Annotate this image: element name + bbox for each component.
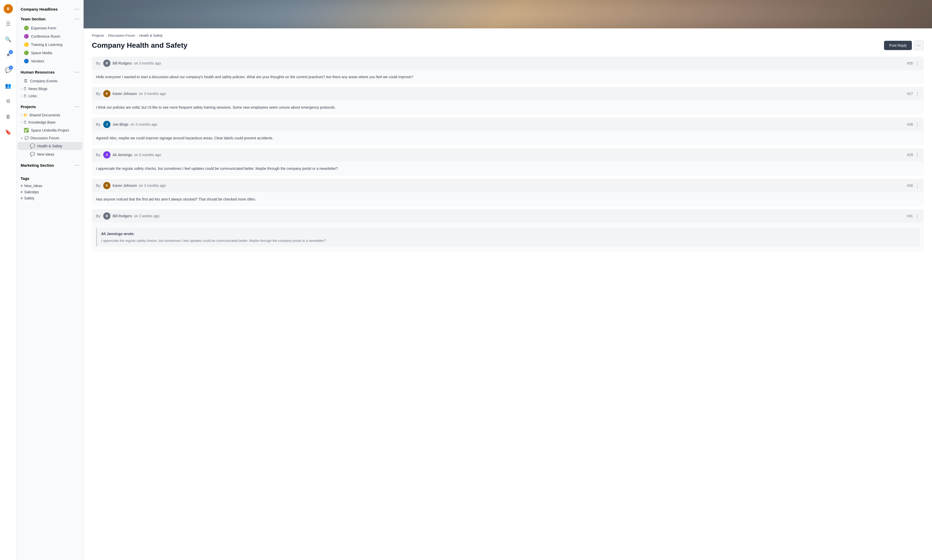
space-media-icon: 🟢 (24, 50, 29, 55)
company-headlines-menu[interactable]: ⋯ (75, 6, 79, 12)
quote-author: Ali Jennings wrote: (101, 231, 915, 237)
menu-button[interactable]: ☰ (3, 18, 14, 29)
human-resources-menu[interactable]: ⋯ (75, 69, 79, 75)
sidebar-item-links[interactable]: › 🗒 Links (17, 92, 83, 100)
company-events-icon: 🗓 (24, 79, 28, 83)
favorites-button[interactable]: ★ 0 (3, 49, 14, 60)
post-header-26: By:BBill Rodgerson 3 months ago#26⋮ (92, 57, 924, 70)
notifications-button[interactable]: 💬 0 (3, 65, 14, 75)
marketing-section: Marketing Section ⋯ (17, 160, 83, 170)
more-options-button[interactable]: ⋯ (914, 40, 924, 50)
breadcrumb-sep-1: › (106, 34, 106, 37)
knowledge-base-chevron: › (21, 120, 22, 124)
space-umbrella-icon: ✅ (24, 128, 29, 133)
team-section-menu[interactable]: ⋯ (75, 16, 79, 22)
user-avatar[interactable]: B (4, 4, 13, 14)
post-body: Agreed! Also, maybe we could improve sig… (92, 131, 924, 145)
sidebar-item-knowledge-base[interactable]: › 🗒 Knowledge Base (17, 119, 83, 126)
post-author: Ali Jennings (112, 153, 132, 157)
post-header-27: By:KKaren Johnsonon 3 months ago#27⋮ (92, 87, 924, 100)
tag-hash-icon-2: # (21, 190, 23, 194)
post-avatar: A (103, 151, 111, 158)
search-button[interactable]: 🔍 (3, 34, 14, 45)
sidebar-item-discussion-forum[interactable]: ∨ 💬 Discussion Forum (17, 134, 83, 142)
sidebar-item-news-blogs[interactable]: › 🗒 News Blogs (17, 85, 83, 92)
knowledge-base-icon: 🗒 (23, 120, 27, 125)
tag-safety[interactable]: # Safety (21, 195, 79, 201)
post-avatar: B (103, 60, 111, 67)
settings-button[interactable]: ⚙ (3, 96, 14, 106)
trash-button[interactable]: 🗑 (3, 111, 14, 122)
links-icon: 🗒 (23, 94, 27, 98)
by-label: By: (96, 92, 101, 96)
post-time: on 3 months ago (139, 183, 166, 188)
favorites-badge: 0 (9, 50, 13, 54)
post-number: #31 (907, 214, 913, 218)
post-menu-button[interactable]: ⋮ (915, 213, 920, 219)
post-number: #29 (907, 153, 913, 157)
header-image-inner (84, 0, 932, 28)
post-menu-button[interactable]: ⋮ (915, 152, 920, 158)
tag-hash-icon-3: # (21, 196, 23, 200)
svg-rect-0 (84, 0, 932, 28)
post-body: I think our policies are solid, but I'd … (92, 100, 924, 114)
by-label: By: (96, 183, 101, 188)
tag-salestips[interactable]: # Salestips (21, 189, 79, 195)
post-menu-button[interactable]: ⋮ (915, 183, 920, 188)
post-author: Karen Johnson (112, 183, 137, 188)
post-reply-button[interactable]: Post Reply (884, 41, 912, 50)
projects-title: Projects ⋯ (17, 102, 83, 111)
sidebar-item-company-events[interactable]: 🗓 Company Events (18, 77, 82, 85)
post-30: By:KKaren Johnsonon 3 months ago#30⋮Has … (92, 179, 924, 206)
post-author: Bill Rodgers (112, 61, 132, 65)
shared-docs-chevron: › (21, 113, 22, 117)
by-label: By: (96, 214, 101, 218)
post-author: Bill Rodgers (112, 214, 132, 218)
post-27: By:KKaren Johnsonon 3 months ago#27⋮I th… (92, 87, 924, 114)
sidebar-item-expenses-form[interactable]: 🟢 Expenses Form (18, 24, 82, 32)
sidebar-item-vendors[interactable]: 🔵 Vendors (18, 57, 82, 65)
news-blogs-icon: 🗒 (23, 87, 27, 91)
post-header-29: By:AAli Jenningson 3 months ago#29⋮ (92, 148, 924, 162)
post-menu-button[interactable]: ⋮ (915, 91, 920, 97)
sidebar-item-training-learning[interactable]: 🟡 Training & Learning (18, 40, 82, 49)
post-time: on 3 months ago (134, 153, 161, 157)
post-time: on 3 months ago (134, 61, 161, 65)
post-menu-button[interactable]: ⋮ (915, 60, 920, 66)
breadcrumb-sep-2: › (137, 34, 137, 37)
sidebar-item-new-ideas[interactable]: 💬 New Ideas (18, 150, 82, 158)
post-number: #27 (907, 92, 913, 96)
page-title-row: Company Health and Safety Post Reply ⋯ (92, 40, 924, 50)
people-button[interactable]: 👥 (3, 80, 14, 91)
post-number: #30 (907, 183, 913, 188)
marketing-section-menu[interactable]: ⋯ (75, 162, 79, 168)
marketing-section-title: Marketing Section ⋯ (17, 160, 83, 170)
company-headlines-label: Company Headlines (21, 7, 57, 11)
post-number: #26 (907, 61, 913, 65)
sidebar-item-space-umbrella[interactable]: ✅ Space Umbrella Project (18, 126, 82, 134)
breadcrumb-discussion-forum[interactable]: Discussion Forum (108, 34, 135, 37)
post-header-28: By:JJoe Blogson 3 months ago#28⋮ (92, 118, 924, 131)
header-image (84, 0, 932, 28)
post-menu-button[interactable]: ⋮ (915, 122, 920, 127)
tag-new-ideas[interactable]: # New_Ideas (21, 183, 79, 189)
post-time: on 3 months ago (139, 92, 166, 96)
settings-icon: ⚙ (6, 98, 11, 104)
bookmark-button[interactable]: 🔖 (3, 127, 14, 137)
more-options-icon: ⋯ (917, 43, 921, 48)
sidebar-item-conference-room[interactable]: 🟣 Conference Room (18, 32, 82, 40)
quote-text: I appreciate the regular safety checks, … (101, 238, 915, 243)
post-header-30: By:KKaren Johnsonon 3 months ago#30⋮ (92, 179, 924, 192)
content-area: Projects › Discussion Forum › Health & S… (84, 28, 932, 560)
projects-menu[interactable]: ⋯ (75, 104, 79, 109)
post-body: Has anyone noticed that the first aid ki… (92, 192, 924, 206)
post-author: Joe Blogs (112, 122, 128, 126)
sidebar-item-shared-documents[interactable]: › 📁 Shared Documents (17, 111, 83, 119)
page-title: Company Health and Safety (92, 41, 187, 49)
breadcrumb: Projects › Discussion Forum › Health & S… (92, 34, 924, 37)
sidebar-item-space-media[interactable]: 🟢 Space Media (18, 49, 82, 57)
post-body: Hello everyone! I wanted to start a disc… (92, 70, 924, 84)
team-section: Team Section ⋯ 🟢 Expenses Form 🟣 Confere… (17, 14, 83, 65)
sidebar-item-health-safety[interactable]: 💬 Health & Safety (18, 142, 82, 150)
breadcrumb-projects[interactable]: Projects (92, 34, 104, 37)
